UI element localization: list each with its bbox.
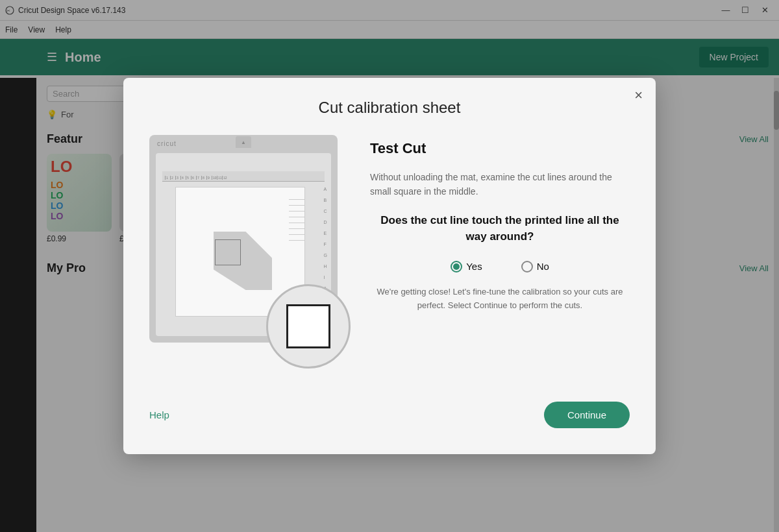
modal-body: cricut 1 2 3 4 5 6 7 [149,135,630,381]
letter-mark-g: G [324,253,327,258]
ruler-mark: 9 [206,176,212,180]
continue-button[interactable]: Continue [544,402,630,428]
radio-group: Yes No [370,261,630,272]
letter-mark-a: A [324,187,327,191]
modal-right-content: Test Cut Without unloading the mat, exam… [370,135,630,312]
radio-no-label: No [537,261,549,272]
fine-tune-text: We're getting close! Let's fine-tune the… [370,285,630,313]
ruler-mark: 5 [186,176,191,180]
letter-mark-f: F [324,242,327,247]
ruler-mark: 11 [217,176,222,180]
ruler-mark: 6 [191,176,196,180]
letter-mark-c: C [324,209,327,213]
letter-marks: A B C D E F G H I J [324,187,327,291]
letter-mark-e: E [324,231,327,236]
modal-close-button[interactable]: × [634,88,643,103]
letter-mark-h: H [324,264,327,269]
radio-yes-label: Yes [466,261,482,272]
zoomed-square [286,304,330,348]
zoom-circle [266,284,351,369]
zoom-pointer [214,232,272,290]
ruler-mark: 1 [165,176,170,180]
help-link[interactable]: Help [149,409,169,420]
modal-footer: Help Continue [149,402,630,428]
modal-title: Cut calibration sheet [149,99,630,117]
ruler-mark: 10 [212,176,217,180]
test-cut-heading: Test Cut [370,140,630,157]
modal-overlay: Cut calibration sheet × cricut 1 2 3 [0,0,779,532]
mat-illustration: cricut 1 2 3 4 5 6 7 [149,135,338,343]
ruler: 1 2 3 4 5 6 7 8 9 10 11 [162,171,325,182]
ruler-mark: 12 [222,176,227,180]
ruler-mark: 3 [175,176,180,180]
radio-yes-option[interactable]: Yes [451,261,482,272]
radio-no-circle[interactable] [521,261,533,272]
mat-brand-label: cricut [157,140,177,147]
ruler-marks: 1 2 3 4 5 6 7 8 9 10 11 [162,176,227,180]
mat-surface: 1 2 3 4 5 6 7 8 9 10 11 [156,153,331,336]
letter-mark-b: B [324,198,327,202]
illustration-wrap: cricut 1 2 3 4 5 6 7 [149,135,344,343]
letter-mark-i: I [324,275,327,280]
mat-pull-tab [236,136,251,148]
radio-yes-circle[interactable] [451,261,462,272]
ruler-mark: 8 [201,176,206,180]
cut-question: Does the cut line touch the printed line… [370,212,630,245]
ruler-mark: 2 [170,176,175,180]
letter-mark-d: D [324,220,327,224]
ruler-mark: 4 [180,176,186,180]
calibration-modal: Cut calibration sheet × cricut 1 2 3 [123,78,656,454]
test-cut-description: Without unloading the mat, examine the c… [370,170,630,199]
ruler-mark: 7 [196,176,201,180]
radio-no-option[interactable]: No [521,261,549,272]
